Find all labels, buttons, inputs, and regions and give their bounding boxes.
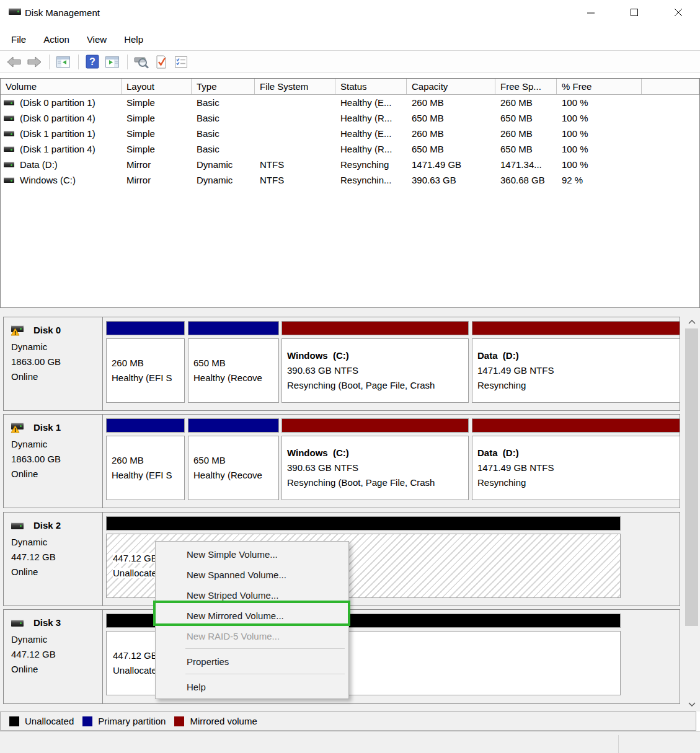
disk-3-label[interactable]: Disk 3 Dynamic 447.12 GB Online xyxy=(4,610,103,703)
partition-windows-c[interactable]: Windows (C:) 390.63 GB NTFS Resynching (… xyxy=(281,321,469,408)
vertical-scrollbar[interactable] xyxy=(684,315,699,711)
legend-mirrored-volume: Mirrored volume xyxy=(174,716,257,726)
cell-volume: Windows (C:) xyxy=(20,175,76,185)
scroll-up-button[interactable] xyxy=(684,315,699,328)
col-capacity[interactable]: Capacity xyxy=(407,79,495,94)
context-menu: New Simple Volume... New Spanned Volume.… xyxy=(155,541,349,699)
partition-efi[interactable]: 260 MB Healthy (EFI S xyxy=(106,321,185,408)
back-button[interactable] xyxy=(5,53,24,71)
action-pane-button[interactable] xyxy=(103,53,122,71)
minimize-button[interactable] xyxy=(577,0,605,25)
cell-status: Healthy (R... xyxy=(335,113,407,123)
disk-kind: Dynamic xyxy=(11,535,102,550)
cell-status: Healthy (E... xyxy=(335,97,407,108)
svg-text:?: ? xyxy=(89,56,95,67)
table-row[interactable]: (Disk 0 partition 1) Simple Basic Health… xyxy=(1,95,699,110)
maximize-button[interactable] xyxy=(620,0,649,25)
close-icon xyxy=(674,8,683,17)
task-list-button[interactable] xyxy=(172,53,190,71)
help-button[interactable]: ? xyxy=(83,53,102,71)
menu-help[interactable]: Help xyxy=(115,30,152,48)
toolbar-separator xyxy=(49,55,50,69)
disk-status: Online xyxy=(11,369,102,384)
menu-item-new-spanned-volume[interactable]: New Spanned Volume... xyxy=(156,565,348,585)
col-type[interactable]: Type xyxy=(192,79,255,94)
disk-size: 1863.00 GB xyxy=(11,354,102,369)
partition-color-bar xyxy=(281,418,469,433)
forward-button[interactable] xyxy=(25,53,43,71)
cell-status: Healthy (R... xyxy=(335,144,407,154)
partition-status: Healthy (EFI S xyxy=(112,371,179,385)
cell-free: 1471.34... xyxy=(495,159,557,170)
partition-recovery[interactable]: 650 MB Healthy (Recove xyxy=(188,418,279,505)
rescan-disks-button[interactable] xyxy=(132,53,151,71)
cell-layout: Simple xyxy=(122,113,192,123)
cell-type: Basic xyxy=(192,144,255,154)
scrollbar-thumb[interactable] xyxy=(685,328,698,626)
menu-item-new-striped-volume[interactable]: New Striped Volume... xyxy=(156,585,348,605)
menu-file[interactable]: File xyxy=(2,30,35,48)
scroll-down-button[interactable] xyxy=(684,697,699,711)
disk-kind: Dynamic xyxy=(11,437,102,452)
partition-size: 1471.49 GB NTFS xyxy=(477,363,675,378)
partition-data-d[interactable]: Data (D:) 1471.49 GB NTFS Resynching xyxy=(472,418,680,505)
cell-volume: Data (D:) xyxy=(20,159,58,170)
unallocated-swatch xyxy=(9,716,19,726)
disk-icon-warning: ! xyxy=(11,325,26,337)
cell-pct: 100 % xyxy=(557,144,642,154)
menu-item-properties[interactable]: Properties xyxy=(156,651,348,672)
col-status[interactable]: Status xyxy=(335,79,407,94)
table-row[interactable]: (Disk 1 partition 1) Simple Basic Health… xyxy=(1,126,699,141)
partition-size: 260 MB xyxy=(112,453,179,468)
partition-size: 390.63 GB NTFS xyxy=(287,363,463,378)
partition-efi[interactable]: 260 MB Healthy (EFI S xyxy=(106,418,185,505)
volume-icon xyxy=(4,162,14,167)
maximize-icon xyxy=(630,8,639,17)
menu-view[interactable]: View xyxy=(78,30,115,48)
col-empty xyxy=(642,79,699,94)
partition-color-bar xyxy=(188,321,279,335)
chevron-up-icon xyxy=(688,320,696,324)
disk-name: Disk 1 xyxy=(33,422,61,433)
volume-icon xyxy=(4,177,14,183)
col-free-space[interactable]: Free Sp... xyxy=(495,79,557,94)
disk-2-label[interactable]: Disk 2 Dynamic 447.12 GB Online xyxy=(4,513,103,605)
menu-action[interactable]: Action xyxy=(35,30,78,48)
partition-label: Data (D:) xyxy=(477,348,675,363)
col-volume[interactable]: Volume xyxy=(1,79,122,94)
partition-size: 650 MB xyxy=(193,356,273,371)
toolbar-separator xyxy=(127,55,128,69)
menu-item-new-raid5-volume: New RAID-5 Volume... xyxy=(156,626,348,646)
console-tree-button[interactable] xyxy=(54,53,73,71)
partition-color-bar xyxy=(472,321,680,335)
col-pct-free[interactable]: % Free xyxy=(557,79,642,94)
table-row[interactable]: Windows (C:) Mirror Dynamic NTFS Resynch… xyxy=(1,172,699,188)
menu-item-new-mirrored-volume[interactable]: New Mirrored Volume... xyxy=(156,605,348,626)
disk-graph-view: ! Disk 0 Dynamic 1863.00 GB Online 260 M… xyxy=(0,308,700,711)
cell-status: Resynchin... xyxy=(335,175,407,185)
close-button[interactable] xyxy=(664,0,693,25)
rescan-disks-icon xyxy=(133,55,149,69)
task-check-button[interactable] xyxy=(152,53,171,71)
cell-pct: 100 % xyxy=(557,97,642,108)
col-layout[interactable]: Layout xyxy=(122,79,192,94)
table-row[interactable]: (Disk 0 partition 4) Simple Basic Health… xyxy=(1,110,699,126)
partition-color-bar xyxy=(472,418,680,433)
col-file-system[interactable]: File System xyxy=(255,79,335,94)
partition-recovery[interactable]: 650 MB Healthy (Recove xyxy=(188,321,279,408)
disk-1-label[interactable]: ! Disk 1 Dynamic 1863.00 GB Online xyxy=(4,415,103,508)
table-row[interactable]: Data (D:) Mirror Dynamic NTFS Resynching… xyxy=(1,157,699,172)
cell-pct: 100 % xyxy=(557,113,642,123)
disk-0-label[interactable]: ! Disk 0 Dynamic 1863.00 GB Online xyxy=(4,317,103,410)
menu-separator xyxy=(185,648,345,649)
console-tree-icon xyxy=(55,55,71,69)
partition-data-d[interactable]: Data (D:) 1471.49 GB NTFS Resynching xyxy=(472,321,680,408)
toolbar: ? xyxy=(0,50,700,73)
volume-list-header: Volume Layout Type File System Status Ca… xyxy=(1,79,699,95)
table-row[interactable]: (Disk 1 partition 4) Simple Basic Health… xyxy=(1,141,699,157)
menu-item-help[interactable]: Help xyxy=(156,677,348,697)
cell-layout: Mirror xyxy=(122,175,192,185)
disk-0-row: ! Disk 0 Dynamic 1863.00 GB Online 260 M… xyxy=(3,317,680,411)
partition-windows-c[interactable]: Windows (C:) 390.63 GB NTFS Resynching (… xyxy=(281,418,469,505)
menu-item-new-simple-volume[interactable]: New Simple Volume... xyxy=(156,544,348,565)
